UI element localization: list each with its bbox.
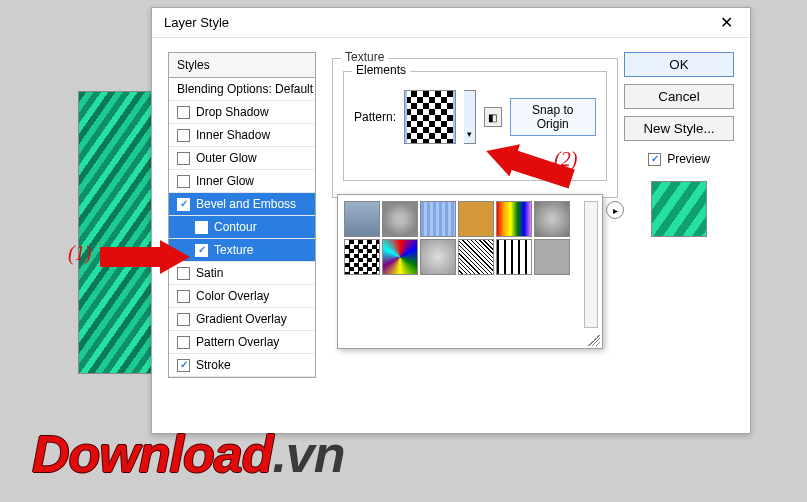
checkbox-icon[interactable] <box>177 129 190 142</box>
checkbox-icon[interactable] <box>648 153 661 166</box>
style-stroke[interactable]: Stroke <box>169 354 315 377</box>
watermark: Download.vn <box>32 424 345 484</box>
pattern-thumb[interactable] <box>534 201 570 237</box>
style-drop-shadow[interactable]: Drop Shadow <box>169 101 315 124</box>
pattern-thumb[interactable] <box>534 239 570 275</box>
checkbox-icon[interactable] <box>177 336 190 349</box>
pattern-dropdown-button[interactable]: ▾ <box>464 90 476 144</box>
pattern-thumb[interactable] <box>420 239 456 275</box>
checkbox-icon[interactable] <box>177 152 190 165</box>
style-label: Stroke <box>196 358 231 372</box>
dialog-buttons: OK Cancel New Style... Preview <box>624 52 734 237</box>
pattern-thumb[interactable] <box>458 239 494 275</box>
blending-options-item[interactable]: Blending Options: Default <box>169 78 315 101</box>
resize-grip-icon[interactable] <box>588 334 600 346</box>
ok-button[interactable]: OK <box>624 52 734 77</box>
popup-flyout-button[interactable]: ▸ <box>606 201 624 219</box>
style-label: Contour <box>214 220 257 234</box>
checkbox-icon[interactable] <box>177 359 190 372</box>
preview-label: Preview <box>667 152 710 166</box>
pattern-thumb[interactable] <box>496 239 532 275</box>
style-outer-glow[interactable]: Outer Glow <box>169 147 315 170</box>
pattern-thumb[interactable] <box>382 239 418 275</box>
new-preset-button[interactable]: ◧ <box>484 107 501 127</box>
pattern-picker-popup: ▸ <box>337 194 603 349</box>
style-inner-glow[interactable]: Inner Glow <box>169 170 315 193</box>
checkbox-icon[interactable] <box>177 175 190 188</box>
blending-label: Blending Options: Default <box>177 82 313 96</box>
popup-scrollbar[interactable] <box>584 201 598 328</box>
annotation-2: (2) <box>554 148 577 171</box>
pattern-thumb[interactable] <box>382 201 418 237</box>
styles-header[interactable]: Styles <box>169 53 315 78</box>
cancel-button[interactable]: Cancel <box>624 84 734 109</box>
elements-legend: Elements <box>352 63 410 77</box>
new-style-button[interactable]: New Style... <box>624 116 734 141</box>
checkbox-icon[interactable] <box>177 106 190 119</box>
style-label: Outer Glow <box>196 151 257 165</box>
pattern-swatch[interactable] <box>404 90 456 144</box>
style-label: Drop Shadow <box>196 105 269 119</box>
dialog-title: Layer Style <box>164 15 229 30</box>
checkbox-icon[interactable] <box>177 290 190 303</box>
pattern-thumb[interactable] <box>420 201 456 237</box>
triangle-right-icon: ▸ <box>613 205 618 216</box>
checkbox-icon[interactable] <box>195 221 208 234</box>
pattern-thumb[interactable] <box>344 239 380 275</box>
style-label: Gradient Overlay <box>196 312 287 326</box>
checkbox-icon[interactable] <box>177 313 190 326</box>
watermark-suffix: .vn <box>272 425 344 483</box>
style-color-overlay[interactable]: Color Overlay <box>169 285 315 308</box>
pattern-thumb[interactable] <box>496 201 532 237</box>
pattern-row: Pattern: ▾ ◧ Snap to Origin <box>354 90 596 144</box>
preview-toggle[interactable]: Preview <box>648 152 710 166</box>
style-texture[interactable]: Texture <box>169 239 315 262</box>
pattern-thumbnails <box>344 201 576 275</box>
style-bevel-emboss[interactable]: Bevel and Emboss <box>169 193 315 216</box>
style-label: Pattern Overlay <box>196 335 279 349</box>
style-label: Color Overlay <box>196 289 269 303</box>
new-preset-icon: ◧ <box>488 112 497 123</box>
pattern-thumb[interactable] <box>458 201 494 237</box>
dialog-titlebar[interactable]: Layer Style ✕ <box>152 8 750 38</box>
chevron-down-icon: ▾ <box>467 129 472 139</box>
pattern-thumb[interactable] <box>344 201 380 237</box>
style-label: Inner Shadow <box>196 128 270 142</box>
dialog-close-button[interactable]: ✕ <box>706 10 746 36</box>
style-label: Inner Glow <box>196 174 254 188</box>
style-pattern-overlay[interactable]: Pattern Overlay <box>169 331 315 354</box>
style-inner-shadow[interactable]: Inner Shadow <box>169 124 315 147</box>
pattern-label: Pattern: <box>354 110 396 124</box>
styles-list: Styles Blending Options: Default Drop Sh… <box>168 52 316 378</box>
style-contour[interactable]: Contour <box>169 216 315 239</box>
texture-group-legend: Texture <box>341 50 388 64</box>
checkbox-icon[interactable] <box>177 198 190 211</box>
close-icon: ✕ <box>720 13 733 32</box>
style-label: Texture <box>214 243 253 257</box>
style-label: Satin <box>196 266 223 280</box>
dialog-body: Styles Blending Options: Default Drop Sh… <box>152 38 750 433</box>
texture-group: Texture Elements Pattern: ▾ ◧ Snap to Or… <box>332 58 618 198</box>
checkbox-icon[interactable] <box>177 267 190 280</box>
watermark-main: Download <box>32 425 272 483</box>
snap-to-origin-button[interactable]: Snap to Origin <box>510 98 596 136</box>
layer-style-dialog: Layer Style ✕ Styles Blending Options: D… <box>151 7 751 434</box>
style-label: Bevel and Emboss <box>196 197 296 211</box>
style-gradient-overlay[interactable]: Gradient Overlay <box>169 308 315 331</box>
preview-thumbnail <box>651 181 707 237</box>
annotation-1: (1) <box>68 242 91 265</box>
checkbox-icon[interactable] <box>195 244 208 257</box>
style-satin[interactable]: Satin <box>169 262 315 285</box>
